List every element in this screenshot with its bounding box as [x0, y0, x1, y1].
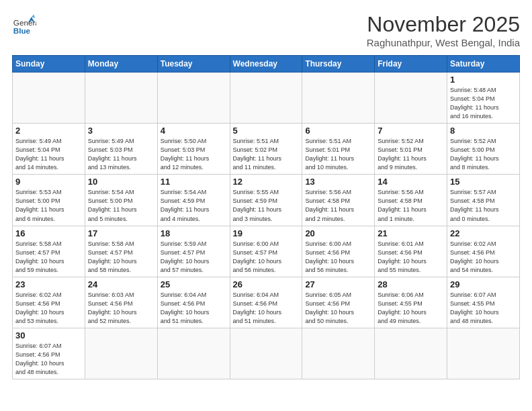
day-number: 5	[233, 126, 300, 136]
calendar-cell: 16Sunrise: 5:58 AM Sunset: 4:57 PM Dayli…	[13, 226, 85, 277]
day-number: 21	[378, 228, 444, 238]
day-info: Sunrise: 6:02 AM Sunset: 4:56 PM Dayligh…	[450, 240, 517, 275]
day-number: 29	[450, 279, 517, 289]
title-block: November 2025 Raghunathpur, West Bengal,…	[367, 12, 520, 48]
day-info: Sunrise: 6:06 AM Sunset: 4:55 PM Dayligh…	[378, 291, 444, 326]
day-info: Sunrise: 5:50 AM Sunset: 5:03 PM Dayligh…	[161, 137, 227, 172]
calendar-cell: 20Sunrise: 6:00 AM Sunset: 4:56 PM Dayli…	[302, 226, 375, 277]
day-info: Sunrise: 5:51 AM Sunset: 5:02 PM Dayligh…	[233, 137, 300, 172]
day-info: Sunrise: 5:56 AM Sunset: 4:58 PM Dayligh…	[305, 188, 371, 223]
location: Raghunathpur, West Bengal, India	[367, 37, 520, 48]
generalblue-logo-icon: General Blue	[12, 12, 36, 36]
day-number: 2	[15, 126, 82, 136]
day-number: 27	[305, 279, 371, 289]
day-info: Sunrise: 5:48 AM Sunset: 5:04 PM Dayligh…	[450, 86, 517, 121]
day-number: 13	[305, 177, 371, 187]
day-info: Sunrise: 5:54 AM Sunset: 5:00 PM Dayligh…	[88, 188, 154, 223]
calendar-week-4: 23Sunrise: 6:02 AM Sunset: 4:56 PM Dayli…	[13, 277, 520, 328]
calendar-cell	[157, 73, 230, 124]
day-number: 23	[15, 279, 82, 289]
weekday-header-sunday: Sunday	[13, 56, 85, 73]
day-number: 26	[233, 279, 300, 289]
day-info: Sunrise: 5:57 AM Sunset: 4:58 PM Dayligh…	[450, 188, 517, 223]
svg-text:Blue: Blue	[13, 26, 31, 35]
calendar-cell: 15Sunrise: 5:57 AM Sunset: 4:58 PM Dayli…	[447, 175, 520, 226]
day-number: 12	[233, 177, 300, 187]
day-number: 15	[450, 177, 517, 187]
calendar-cell: 21Sunrise: 6:01 AM Sunset: 4:56 PM Dayli…	[375, 226, 447, 277]
day-info: Sunrise: 5:58 AM Sunset: 4:57 PM Dayligh…	[15, 240, 82, 275]
day-number: 1	[450, 75, 517, 85]
day-number: 11	[161, 177, 227, 187]
day-number: 8	[450, 126, 517, 136]
calendar-cell: 19Sunrise: 6:00 AM Sunset: 4:57 PM Dayli…	[230, 226, 302, 277]
weekday-header-friday: Friday	[375, 56, 447, 73]
calendar-cell	[447, 328, 520, 379]
calendar-table: SundayMondayTuesdayWednesdayThursdayFrid…	[12, 55, 520, 379]
weekday-header-wednesday: Wednesday	[230, 56, 302, 73]
calendar-cell: 9Sunrise: 5:53 AM Sunset: 5:00 PM Daylig…	[13, 175, 85, 226]
calendar-week-3: 16Sunrise: 5:58 AM Sunset: 4:57 PM Dayli…	[13, 226, 520, 277]
calendar-week-1: 2Sunrise: 5:49 AM Sunset: 5:04 PM Daylig…	[13, 124, 520, 175]
calendar-cell	[375, 328, 447, 379]
day-info: Sunrise: 5:59 AM Sunset: 4:57 PM Dayligh…	[161, 240, 227, 275]
weekday-header-saturday: Saturday	[447, 56, 520, 73]
calendar-cell: 29Sunrise: 6:07 AM Sunset: 4:55 PM Dayli…	[447, 277, 520, 328]
calendar-cell	[13, 73, 85, 124]
calendar-cell	[375, 73, 447, 124]
calendar-cell	[230, 73, 302, 124]
day-number: 24	[88, 279, 154, 289]
day-number: 7	[378, 126, 444, 136]
calendar-cell: 24Sunrise: 6:03 AM Sunset: 4:56 PM Dayli…	[85, 277, 157, 328]
weekday-header-thursday: Thursday	[302, 56, 375, 73]
day-info: Sunrise: 5:55 AM Sunset: 4:59 PM Dayligh…	[233, 188, 300, 223]
calendar-cell: 12Sunrise: 5:55 AM Sunset: 4:59 PM Dayli…	[230, 175, 302, 226]
calendar-week-0: 1Sunrise: 5:48 AM Sunset: 5:04 PM Daylig…	[13, 73, 520, 124]
calendar-cell: 26Sunrise: 6:04 AM Sunset: 4:56 PM Dayli…	[230, 277, 302, 328]
calendar-cell: 2Sunrise: 5:49 AM Sunset: 5:04 PM Daylig…	[13, 124, 85, 175]
calendar-cell: 18Sunrise: 5:59 AM Sunset: 4:57 PM Dayli…	[157, 226, 230, 277]
calendar-cell	[302, 73, 375, 124]
day-number: 9	[15, 177, 82, 187]
calendar-cell: 30Sunrise: 6:07 AM Sunset: 4:56 PM Dayli…	[13, 328, 85, 379]
calendar-cell: 8Sunrise: 5:52 AM Sunset: 5:00 PM Daylig…	[447, 124, 520, 175]
calendar-cell: 17Sunrise: 5:58 AM Sunset: 4:57 PM Dayli…	[85, 226, 157, 277]
weekday-header-monday: Monday	[85, 56, 157, 73]
day-info: Sunrise: 6:07 AM Sunset: 4:56 PM Dayligh…	[15, 342, 82, 377]
calendar-cell: 3Sunrise: 5:49 AM Sunset: 5:03 PM Daylig…	[85, 124, 157, 175]
day-number: 10	[88, 177, 154, 187]
day-info: Sunrise: 5:56 AM Sunset: 4:58 PM Dayligh…	[378, 188, 444, 223]
day-info: Sunrise: 6:00 AM Sunset: 4:57 PM Dayligh…	[233, 240, 300, 275]
calendar-cell: 23Sunrise: 6:02 AM Sunset: 4:56 PM Dayli…	[13, 277, 85, 328]
calendar-cell: 10Sunrise: 5:54 AM Sunset: 5:00 PM Dayli…	[85, 175, 157, 226]
day-number: 3	[88, 126, 154, 136]
day-number: 14	[378, 177, 444, 187]
calendar-cell: 4Sunrise: 5:50 AM Sunset: 5:03 PM Daylig…	[157, 124, 230, 175]
day-number: 20	[305, 228, 371, 238]
day-info: Sunrise: 6:03 AM Sunset: 4:56 PM Dayligh…	[88, 291, 154, 326]
month-year: November 2025	[367, 12, 520, 37]
calendar-cell: 6Sunrise: 5:51 AM Sunset: 5:01 PM Daylig…	[302, 124, 375, 175]
calendar-week-5: 30Sunrise: 6:07 AM Sunset: 4:56 PM Dayli…	[13, 328, 520, 379]
day-info: Sunrise: 5:52 AM Sunset: 5:00 PM Dayligh…	[450, 137, 517, 172]
day-number: 18	[161, 228, 227, 238]
calendar-cell: 1Sunrise: 5:48 AM Sunset: 5:04 PM Daylig…	[447, 73, 520, 124]
day-info: Sunrise: 6:04 AM Sunset: 4:56 PM Dayligh…	[161, 291, 227, 326]
calendar-cell: 22Sunrise: 6:02 AM Sunset: 4:56 PM Dayli…	[447, 226, 520, 277]
day-info: Sunrise: 5:58 AM Sunset: 4:57 PM Dayligh…	[88, 240, 154, 275]
day-number: 19	[233, 228, 300, 238]
day-number: 22	[450, 228, 517, 238]
day-info: Sunrise: 5:54 AM Sunset: 4:59 PM Dayligh…	[161, 188, 227, 223]
day-info: Sunrise: 5:51 AM Sunset: 5:01 PM Dayligh…	[305, 137, 371, 172]
day-info: Sunrise: 6:00 AM Sunset: 4:56 PM Dayligh…	[305, 240, 371, 275]
day-info: Sunrise: 5:52 AM Sunset: 5:01 PM Dayligh…	[378, 137, 444, 172]
weekday-header-tuesday: Tuesday	[157, 56, 230, 73]
day-number: 30	[15, 330, 82, 340]
day-number: 4	[161, 126, 227, 136]
calendar-cell: 25Sunrise: 6:04 AM Sunset: 4:56 PM Dayli…	[157, 277, 230, 328]
day-info: Sunrise: 6:07 AM Sunset: 4:55 PM Dayligh…	[450, 291, 517, 326]
day-info: Sunrise: 5:49 AM Sunset: 5:04 PM Dayligh…	[15, 137, 82, 172]
day-number: 17	[88, 228, 154, 238]
calendar-cell: 13Sunrise: 5:56 AM Sunset: 4:58 PM Dayli…	[302, 175, 375, 226]
calendar-cell: 5Sunrise: 5:51 AM Sunset: 5:02 PM Daylig…	[230, 124, 302, 175]
